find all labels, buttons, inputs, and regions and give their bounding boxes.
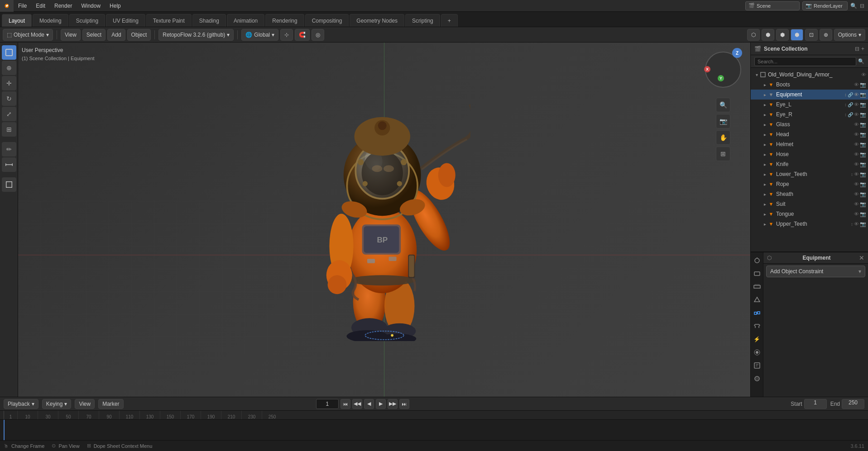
pivot-btn[interactable]: ⊹ <box>280 29 293 41</box>
tree-item-boots[interactable]: ▸ ▼ Boots 👁 📷 <box>751 80 868 90</box>
props-icon-particles[interactable]: ⚡ <box>752 333 762 346</box>
render-helmet[interactable]: 📷 <box>860 142 866 147</box>
vis-knife[interactable]: 👁 <box>854 161 859 167</box>
z-axis-btn[interactable]: Z <box>732 48 742 58</box>
expand-hose[interactable]: ▸ <box>762 151 768 157</box>
render-glass[interactable]: 📷 <box>860 122 866 128</box>
vis-glass[interactable]: 👁 <box>854 122 859 127</box>
current-frame-display[interactable]: 1 <box>316 399 339 409</box>
move-upper-teeth[interactable]: ↕ <box>851 222 853 227</box>
start-frame-input[interactable]: 1 <box>804 399 827 409</box>
prev-keyframe-btn[interactable]: ◀◀ <box>352 399 362 409</box>
move-eye-r[interactable]: ↕ <box>844 112 847 117</box>
x-axis-btn[interactable]: X <box>704 66 710 72</box>
link-equipment[interactable]: 🔗 <box>848 92 853 97</box>
gizmo-btn[interactable]: ⊕ <box>820 29 832 41</box>
zoom-in-btn[interactable]: 🔍 <box>716 98 730 112</box>
proportional-btn[interactable]: ◎ <box>312 29 324 41</box>
snap-btn[interactable]: 🧲 <box>295 29 310 41</box>
viewport-shading-solid[interactable]: ⬢ <box>762 29 774 41</box>
tree-item-eye-l[interactable]: ▸ ▼ Eye_L ↕ 🔗 👁 📷 <box>751 100 868 109</box>
vis-upper-teeth[interactable]: 👁 <box>854 221 859 227</box>
expand-boots[interactable]: ▸ <box>762 81 768 88</box>
expand-upper-teeth[interactable]: ▸ <box>762 221 768 227</box>
search-btn[interactable]: 🔍 <box>850 3 857 9</box>
tree-item-tongue[interactable]: ▸ ▼ Tongue 👁 📷 <box>751 209 868 219</box>
expand-tongue[interactable]: ▸ <box>762 211 768 217</box>
props-icon-render[interactable] <box>752 254 762 267</box>
measure-tool-btn[interactable] <box>2 157 16 172</box>
tab-scripting[interactable]: Scripting <box>405 14 440 27</box>
cursor-tool-btn[interactable]: ⊕ <box>2 61 16 75</box>
tree-item-lower-teeth[interactable]: ▸ ▼ Lower_Teeth ↕ 👁 📷 <box>751 169 868 179</box>
view-menu[interactable]: View <box>61 29 81 41</box>
add-menu[interactable]: Add <box>107 29 125 41</box>
add-object-constraint-btn[interactable]: Add Object Constraint ▾ <box>766 266 865 277</box>
tab-layout[interactable]: Layout <box>2 14 32 27</box>
render-equipment[interactable]: 📷 <box>860 92 866 98</box>
grid-toggle-btn[interactable]: ⊞ <box>716 147 730 161</box>
camera-btn[interactable]: 📷 <box>716 114 730 128</box>
blender-logo[interactable] <box>0 0 14 12</box>
vis-eye-r[interactable]: 👁 <box>854 112 859 117</box>
outliner-search-input[interactable] <box>754 57 856 66</box>
vis-eye-l[interactable]: 👁 <box>854 102 859 107</box>
expand-knife[interactable]: ▸ <box>762 161 768 167</box>
annotate-tool-btn[interactable]: ✏ <box>2 142 16 157</box>
expand-eye-l[interactable]: ▸ <box>762 101 768 108</box>
render-boots[interactable]: 📷 <box>860 82 866 88</box>
props-icon-object-data[interactable] <box>752 359 762 372</box>
tree-item-rope[interactable]: ▸ ▼ Rope 👁 📷 <box>751 179 868 189</box>
outliner-add-icon[interactable]: + <box>861 46 864 52</box>
transform-selector[interactable]: 🌐 Global ▾ <box>241 29 278 41</box>
tab-add[interactable]: + <box>441 14 458 27</box>
vis-sheath[interactable]: 👁 <box>854 191 859 197</box>
tree-item-upper-teeth[interactable]: ▸ ▼ Upper_Teeth ↕ 👁 📷 <box>751 219 868 229</box>
tree-item-eye-r[interactable]: ▸ ▼ Eye_R ↕ 🔗 👁 📷 <box>751 109 868 119</box>
transform-tool-btn[interactable]: ⊞ <box>2 122 16 137</box>
overlay-btn[interactable]: ⊡ <box>805 29 818 41</box>
expand-eye-r[interactable]: ▸ <box>762 111 768 118</box>
props-icon-modifier[interactable] <box>752 320 762 332</box>
options-btn[interactable]: Options ▾ <box>834 29 865 41</box>
tree-item-sheath[interactable]: ▸ ▼ Sheath 👁 📷 <box>751 189 868 199</box>
expand-helmet[interactable]: ▸ <box>762 141 768 147</box>
tree-item-equipment[interactable]: ▸ ▼ Equipment ↕ 🔗 👁 📷 <box>751 90 868 100</box>
move-equipment[interactable]: ↕ <box>844 92 847 97</box>
render-upper-teeth[interactable]: 📷 <box>860 221 866 227</box>
render-eye-l[interactable]: 📷 <box>860 102 866 108</box>
render-sheath[interactable]: 📷 <box>860 191 866 197</box>
vis-boots[interactable]: 👁 <box>854 82 859 87</box>
props-icon-material[interactable] <box>752 372 762 385</box>
step-forward-btn[interactable]: ▶▶ <box>388 399 398 409</box>
filter-btn[interactable]: ⊟ <box>860 3 864 9</box>
tree-item-suit[interactable]: ▸ ▼ Suit 👁 📷 <box>751 199 868 209</box>
vis-rope[interactable]: 👁 <box>854 181 859 187</box>
vis-head[interactable]: 👁 <box>854 132 859 137</box>
render-rope[interactable]: 📷 <box>860 181 866 187</box>
expand-glass[interactable]: ▸ <box>762 121 768 128</box>
vis-hose[interactable]: 👁 <box>854 152 859 157</box>
expand-root[interactable]: ▾ <box>753 71 760 78</box>
select-tool-btn[interactable] <box>2 45 16 60</box>
end-frame-input[interactable]: 250 <box>842 399 864 409</box>
menu-render[interactable]: Render <box>50 0 77 11</box>
link-eye-l[interactable]: 🔗 <box>848 102 853 107</box>
tree-item-helmet[interactable]: ▸ ▼ Helmet 👁 📷 <box>751 139 868 149</box>
renderlayer-selector[interactable]: 📷 RenderLayer <box>802 1 848 10</box>
props-icon-view-layer[interactable] <box>752 280 762 293</box>
expand-rope[interactable]: ▸ <box>762 181 768 187</box>
tab-shading[interactable]: Shading <box>192 14 226 27</box>
props-icon-physics[interactable] <box>752 346 762 359</box>
rotate-tool-btn[interactable]: ↻ <box>2 91 16 106</box>
vis-helmet[interactable]: 👁 <box>854 142 859 147</box>
viewport[interactable]: BP <box>18 43 750 397</box>
move-lower-teeth[interactable]: ↕ <box>851 172 853 177</box>
jump-start-btn[interactable]: ⏮ <box>340 399 350 409</box>
move-tool-btn[interactable]: ✛ <box>2 76 16 90</box>
props-icon-object-constraint[interactable] <box>752 307 762 319</box>
props-icon-scene[interactable] <box>752 294 762 306</box>
step-back-btn[interactable]: ◀ <box>364 399 374 409</box>
tab-compositing[interactable]: Compositing <box>305 14 349 27</box>
vis-lower-teeth[interactable]: 👁 <box>854 171 859 177</box>
